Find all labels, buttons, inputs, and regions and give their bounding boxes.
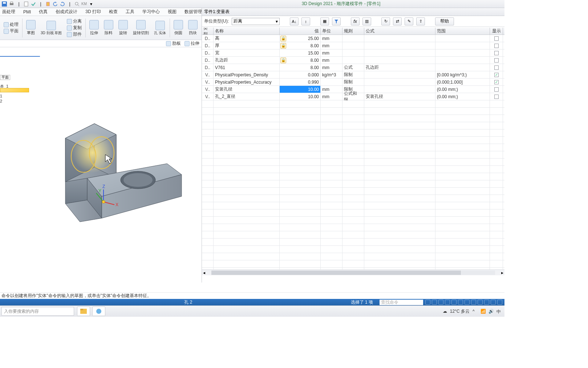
menu-learn[interactable]: 学习中心 — [142, 9, 160, 15]
redo-icon[interactable] — [60, 1, 65, 7]
cell-name[interactable]: V761 — [214, 64, 280, 71]
rbn-cut[interactable]: 除料 — [104, 20, 113, 36]
weather-text[interactable]: 12°C 多云 — [450, 308, 470, 315]
table-row-empty[interactable] — [202, 217, 504, 224]
checkbox[interactable] — [494, 36, 499, 41]
refresh-button[interactable]: ↻ — [381, 17, 390, 25]
table-row-empty[interactable] — [202, 166, 504, 173]
table-row[interactable]: V.. PhysicalProperties_Accuracy 0.990 限制… — [202, 79, 504, 86]
cell-value[interactable]: 10.00 — [280, 86, 321, 93]
rbn-extrude[interactable]: 拉伸 — [89, 20, 99, 36]
cell-value[interactable]: 8.00 — [280, 64, 321, 71]
cell-value[interactable]: 15.00 — [280, 49, 321, 56]
status-icon-6[interactable] — [458, 300, 463, 305]
col-formula[interactable]: 公式 — [364, 28, 435, 35]
checkbox[interactable] — [494, 80, 499, 84]
cell-name[interactable]: 安装孔径 — [214, 86, 280, 93]
cell-name[interactable]: 孔_2_直径 — [214, 93, 280, 100]
cell-value[interactable]: 🔒8.00 — [280, 57, 321, 64]
cell-name[interactable]: 宽 — [214, 49, 280, 56]
table-row-empty[interactable] — [202, 173, 504, 180]
rbn-hole[interactable]: 孔 实体 — [154, 21, 166, 35]
table-row-empty[interactable] — [202, 202, 504, 209]
cell-display[interactable] — [490, 35, 503, 42]
status-icon-3[interactable] — [438, 300, 443, 305]
cell-formula[interactable] — [364, 57, 435, 64]
menu-sim[interactable]: 仿真 — [39, 9, 48, 15]
col-value[interactable]: 值 — [280, 28, 321, 35]
cell-range[interactable]: (0.00 mm;) — [435, 93, 490, 100]
table-row-empty[interactable] — [202, 159, 504, 166]
cell-formula[interactable] — [364, 71, 435, 78]
fx-button[interactable]: fx — [351, 17, 360, 25]
cell-rule[interactable] — [342, 49, 364, 56]
status-icon-2[interactable] — [432, 300, 437, 305]
table-row-empty[interactable] — [202, 231, 504, 239]
rbn-block[interactable]: 挡块 — [188, 20, 198, 36]
cell-range[interactable] — [435, 35, 490, 42]
group-button[interactable]: ▦ — [320, 17, 329, 25]
cell-display[interactable] — [490, 93, 503, 100]
cell-value[interactable]: 10.00 — [280, 93, 321, 100]
cell-display[interactable] — [490, 64, 503, 71]
cell-display[interactable] — [490, 57, 503, 64]
tray-volume-icon[interactable]: 🔊 — [488, 309, 494, 314]
menu-pmi[interactable]: PMI — [23, 9, 31, 15]
link-button[interactable]: ⇄ — [393, 17, 402, 25]
status-icon-10[interactable] — [484, 300, 489, 305]
rbn-revolvecut[interactable]: 旋转切割 — [133, 20, 149, 36]
table-row-empty[interactable] — [202, 100, 504, 108]
cell-display[interactable] — [490, 42, 503, 49]
rbn-3dsketch[interactable]: 3D 剖视 草图 — [41, 21, 62, 35]
menu-inspect[interactable]: 检查 — [109, 9, 118, 15]
rbn-prefix-1[interactable]: 处理 — [4, 21, 19, 28]
cell-name[interactable]: 孔边距 — [214, 57, 280, 64]
checkbox[interactable] — [494, 65, 499, 70]
status-icon-11[interactable] — [491, 300, 496, 305]
cell-formula[interactable]: 安装孔径 — [364, 93, 435, 100]
checkbox[interactable] — [494, 51, 499, 55]
cell-formula[interactable] — [364, 86, 435, 93]
rbn-revolve[interactable]: 旋转 — [118, 20, 128, 36]
status-icon-8[interactable] — [471, 300, 476, 305]
ft-item-2[interactable]: 2 — [0, 99, 2, 103]
table-row-empty[interactable] — [202, 122, 504, 129]
scroll-thumb[interactable] — [211, 271, 461, 275]
rbn-copy[interactable]: 复制 — [67, 25, 82, 31]
checkbox[interactable] — [494, 87, 499, 92]
check-icon[interactable] — [31, 1, 36, 7]
table-row[interactable]: V.. 孔_2_直径 10.00 mm 公式和限... 安装孔径 (0.00 m… — [202, 93, 504, 100]
cell-rule[interactable] — [342, 57, 364, 64]
checkbox[interactable] — [494, 58, 499, 63]
col-range[interactable]: 范围 — [435, 28, 490, 35]
print-icon[interactable] — [9, 1, 15, 7]
cell-formula[interactable] — [364, 35, 435, 42]
chart-button[interactable]: ▥ — [362, 17, 371, 25]
cell-value[interactable]: 0.990 — [280, 79, 321, 85]
checkbox[interactable] — [494, 95, 499, 99]
command-search[interactable]: 查找命令 — [380, 300, 423, 305]
table-row-empty[interactable] — [202, 195, 504, 202]
rbn-sketch[interactable]: 草图 — [26, 20, 36, 36]
menu-face[interactable]: 面处理 — [2, 9, 15, 15]
table-row-empty[interactable] — [202, 108, 504, 115]
table-row-empty[interactable] — [202, 144, 504, 151]
tray-ime-icon[interactable]: 中 — [496, 309, 502, 314]
table-row[interactable]: D.. 厚 🔒8.00 mm — [202, 42, 504, 49]
export-button[interactable]: ⇪ — [416, 17, 425, 25]
table-row-empty[interactable] — [202, 115, 504, 122]
cell-range[interactable] — [435, 57, 490, 64]
cell-value[interactable]: 🔒8.00 — [280, 42, 321, 49]
table-row-empty[interactable] — [202, 188, 504, 195]
checkbox[interactable] — [494, 73, 499, 77]
cell-range[interactable]: (0.000;1.000] — [435, 79, 490, 85]
tray-network-icon[interactable]: 📶 — [480, 309, 486, 314]
sort-asc-button[interactable]: A↓ — [290, 17, 299, 25]
table-row[interactable]: D.. 宽 15.00 mm — [202, 49, 504, 57]
col-name[interactable]: 名称 — [214, 28, 280, 35]
cell-range[interactable]: [0.000 kg/m^3;) — [435, 71, 490, 78]
table-row-empty[interactable] — [202, 129, 504, 137]
menu-tools[interactable]: 工具 — [126, 9, 134, 15]
status-icon-5[interactable] — [451, 300, 457, 305]
subtool-rib[interactable]: 肋板 — [166, 40, 181, 47]
